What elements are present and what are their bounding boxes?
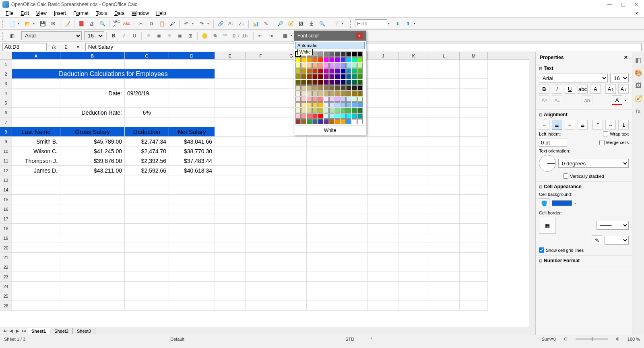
row-header-7[interactable]: 7 [0,117,12,127]
open-button[interactable]: 📂 [23,19,32,29]
cell[interactable] [12,301,60,311]
cell[interactable] [215,204,246,214]
cell[interactable] [429,253,460,262]
spellcheck-button[interactable]: ABC✓ [111,19,121,29]
color-swatch[interactable] [329,108,334,113]
merge-cells-button[interactable]: ⊞ [186,31,195,41]
cell[interactable] [368,301,398,311]
cell[interactable] [276,175,307,185]
cell[interactable] [246,214,276,224]
zoom-in-button[interactable]: ⊕ [616,336,619,342]
cell[interactable] [169,108,215,117]
cell[interactable]: $45,789.00 [60,137,125,146]
redo-button[interactable]: ↷ [197,19,206,29]
find-prev-button[interactable]: ⬆ [403,19,413,29]
cell[interactable] [429,301,460,311]
color-swatch[interactable] [318,74,323,79]
cell[interactable] [125,262,169,272]
zoom-percent[interactable]: 100 % [627,337,640,342]
cell[interactable] [169,195,215,204]
cell[interactable] [429,204,460,214]
color-swatch[interactable] [352,97,357,102]
align-left-button[interactable]: ≡ [144,31,153,41]
cell[interactable] [429,79,460,89]
maximize-button[interactable]: ▢ [621,2,625,7]
datasources-button[interactable]: 🗄 [307,19,316,29]
color-swatch[interactable] [324,74,329,79]
color-swatch[interactable] [307,108,312,113]
row-header-22[interactable]: 22 [0,262,12,272]
cell[interactable] [246,69,276,79]
sidebar-tab-gallery[interactable]: 🖼 [634,81,643,90]
cell[interactable] [246,175,276,185]
cell[interactable] [246,166,276,175]
cell[interactable] [398,214,429,224]
cell[interactable] [169,204,215,214]
cell[interactable] [460,185,488,195]
cell[interactable] [169,272,215,282]
close-document-button[interactable]: × [632,10,642,16]
cell[interactable] [460,127,488,137]
cell[interactable] [398,175,429,185]
status-sum[interactable]: Sum=0 [542,337,556,342]
prop-valign-top[interactable]: ⤒ [592,120,603,130]
cell[interactable] [398,127,429,137]
cell[interactable] [215,262,246,272]
cell[interactable] [398,108,429,117]
column-header-M[interactable]: M [460,52,488,59]
sheet-tab-Sheet2[interactable]: Sheet2 [50,328,73,334]
status-mode[interactable]: STD [345,337,354,342]
color-swatch[interactable] [357,113,363,119]
header-cell[interactable]: Last Name [12,127,60,137]
row-header-5[interactable]: 5 [0,98,12,108]
cell[interactable] [368,253,398,262]
cell[interactable] [460,214,488,224]
cell[interactable] [460,117,488,127]
cell[interactable] [276,195,307,204]
cell[interactable] [276,156,307,166]
color-swatch[interactable] [352,51,357,57]
cell[interactable] [215,272,246,282]
color-swatch[interactable] [324,68,329,74]
cell[interactable] [307,185,337,195]
color-swatch[interactable] [324,108,329,113]
color-swatch[interactable] [301,97,306,102]
cell[interactable] [276,137,307,146]
sort-asc-button[interactable]: A↓ [226,19,236,29]
italic-button[interactable]: I [119,31,129,41]
color-swatch[interactable] [341,57,346,62]
cell[interactable] [337,166,368,175]
color-swatch[interactable] [324,57,329,62]
cell[interactable] [12,243,60,253]
automatic-color-button[interactable]: Automatic [295,42,365,49]
row-header-24[interactable]: 24 [0,282,12,291]
cell[interactable] [169,89,215,98]
borders-button[interactable]: ▦ [280,31,290,41]
cell[interactable] [12,272,60,282]
color-swatch[interactable] [324,85,329,91]
cell[interactable] [337,146,368,156]
row-header-13[interactable]: 13 [0,175,12,185]
cell[interactable] [307,291,337,301]
color-swatch[interactable] [346,63,351,68]
cell[interactable]: $2,392.56 [125,156,169,166]
color-swatch[interactable] [341,113,346,119]
color-swatch[interactable] [307,119,312,124]
cell[interactable] [12,79,60,89]
cell[interactable] [246,79,276,89]
cell[interactable] [337,214,368,224]
row-header-18[interactable]: 18 [0,224,12,233]
color-swatch[interactable] [295,97,301,102]
cell[interactable] [460,291,488,301]
cell[interactable] [215,282,246,291]
find-replace-button[interactable]: 🔎 [275,19,285,29]
prop-strike-button[interactable]: abc [578,84,588,94]
cell[interactable]: James D. [12,166,60,175]
cell[interactable]: $38,770.30 [169,146,215,156]
color-swatch[interactable] [357,63,363,68]
cell[interactable] [169,262,215,272]
cell[interactable] [276,214,307,224]
cell[interactable] [276,243,307,253]
row-header-1[interactable]: 1 [0,60,12,69]
cell[interactable] [12,185,60,195]
